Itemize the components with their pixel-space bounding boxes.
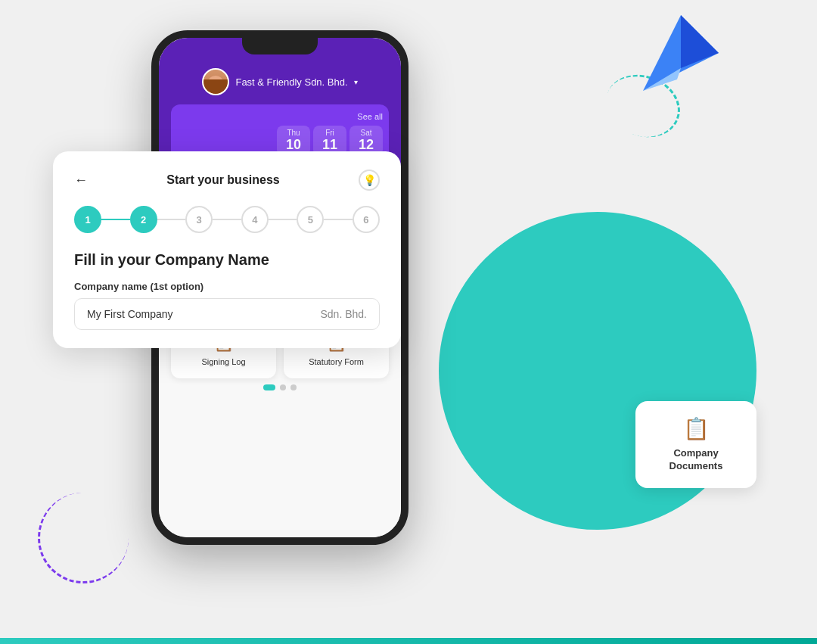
step-5: 5 — [297, 206, 324, 233]
day-number-thu: 10 — [283, 137, 304, 153]
company-name: Fast & Friendly Sdn. Bhd. — [235, 76, 347, 88]
paper-plane-icon — [635, 8, 726, 98]
dot-1 — [263, 384, 275, 390]
day-number-fri: 11 — [319, 137, 340, 153]
step-2: 2 — [130, 206, 157, 233]
svg-marker-1 — [681, 15, 719, 68]
card-title: Start your business — [166, 173, 279, 187]
card-header: ← Start your business 💡 — [74, 170, 380, 191]
company-name-input-row[interactable]: My First Company Sdn. Bhd. — [74, 298, 380, 330]
signing-log-label: Signing Log — [180, 357, 267, 366]
statutory-form-label: Statutory Form — [293, 357, 380, 366]
company-documents-card[interactable]: 📋 CompanyDocuments — [635, 401, 756, 488]
step-line-4 — [269, 219, 297, 220]
step-line-2 — [157, 219, 186, 220]
dot-3 — [290, 384, 297, 390]
step-6: 6 — [353, 206, 380, 233]
bottom-bar — [0, 638, 817, 644]
company-name-suffix: Sdn. Bhd. — [321, 308, 368, 320]
lightbulb-button[interactable]: 💡 — [359, 170, 380, 191]
page-dots — [171, 378, 389, 397]
dashed-arc-bottom-decoration — [38, 493, 129, 583]
avatar — [202, 68, 229, 95]
phone-header: Fast & Friendly Sdn. Bhd. ▾ — [171, 68, 389, 95]
company-name-value[interactable]: My First Company — [87, 308, 321, 320]
day-name-sat: Sat — [356, 129, 377, 137]
step-line-5 — [324, 219, 353, 220]
step-4: 4 — [241, 206, 269, 233]
phone-notch — [242, 38, 318, 54]
field-label: Company name (1st option) — [74, 281, 380, 292]
day-number-sat: 12 — [356, 137, 377, 153]
dot-2 — [280, 384, 286, 390]
section-title: Fill in your Company Name — [74, 251, 380, 269]
day-name-thu: Thu — [283, 129, 304, 137]
step-3: 3 — [185, 206, 213, 233]
lightbulb-icon: 💡 — [363, 174, 376, 186]
step-1: 1 — [74, 206, 101, 233]
day-name-fri: Fri — [319, 129, 340, 137]
step-line-1 — [101, 219, 130, 220]
see-all-label[interactable]: See all — [357, 112, 383, 121]
company-documents-label: CompanyDocuments — [648, 447, 744, 473]
start-business-card: ← Start your business 💡 1 2 3 4 5 6 Fill… — [53, 151, 401, 348]
steps-indicator: 1 2 3 4 5 6 — [74, 206, 380, 233]
dropdown-icon[interactable]: ▾ — [354, 78, 358, 86]
step-line-3 — [213, 219, 241, 220]
calendar-header: See all — [177, 112, 383, 121]
company-documents-icon: 📋 — [648, 416, 744, 441]
back-button[interactable]: ← — [74, 173, 88, 188]
